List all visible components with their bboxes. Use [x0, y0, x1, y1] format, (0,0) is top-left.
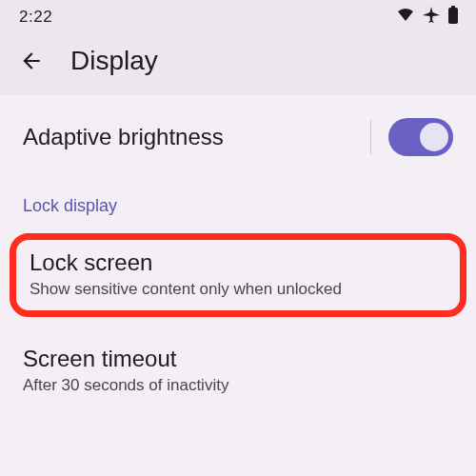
- content: Adaptive brightness Lock display Lock sc…: [0, 95, 476, 410]
- wifi-icon: [396, 8, 415, 27]
- divider: [370, 120, 371, 154]
- airplane-icon: [423, 7, 440, 28]
- status-time: 2:22: [19, 8, 52, 27]
- back-button[interactable]: [19, 49, 44, 73]
- svg-rect-0: [448, 8, 458, 24]
- lock-screen-title: Lock screen: [30, 249, 446, 276]
- lock-screen-item[interactable]: Lock screen Show sensitive content only …: [30, 249, 446, 299]
- screen-timeout-subtitle: After 30 seconds of inactivity: [23, 376, 453, 395]
- section-lock-display: Lock display: [0, 179, 476, 226]
- status-bar: 2:22: [0, 0, 476, 30]
- lock-screen-subtitle: Show sensitive content only when unlocke…: [30, 280, 446, 299]
- arrow-left-icon: [19, 49, 44, 73]
- screen-timeout-item[interactable]: Screen timeout After 30 seconds of inact…: [0, 332, 476, 410]
- highlight-annotation: Lock screen Show sensitive content only …: [10, 233, 466, 317]
- adaptive-brightness-label: Adaptive brightness: [23, 124, 224, 150]
- adaptive-brightness-toggle[interactable]: [388, 118, 453, 156]
- adaptive-brightness-row[interactable]: Adaptive brightness: [0, 95, 476, 179]
- svg-rect-1: [451, 6, 455, 9]
- toggle-thumb: [420, 123, 448, 151]
- screen-timeout-title: Screen timeout: [23, 346, 453, 372]
- status-icons: [396, 6, 459, 29]
- battery-icon: [447, 6, 459, 29]
- page-title: Display: [70, 46, 158, 76]
- header: Display: [0, 30, 476, 95]
